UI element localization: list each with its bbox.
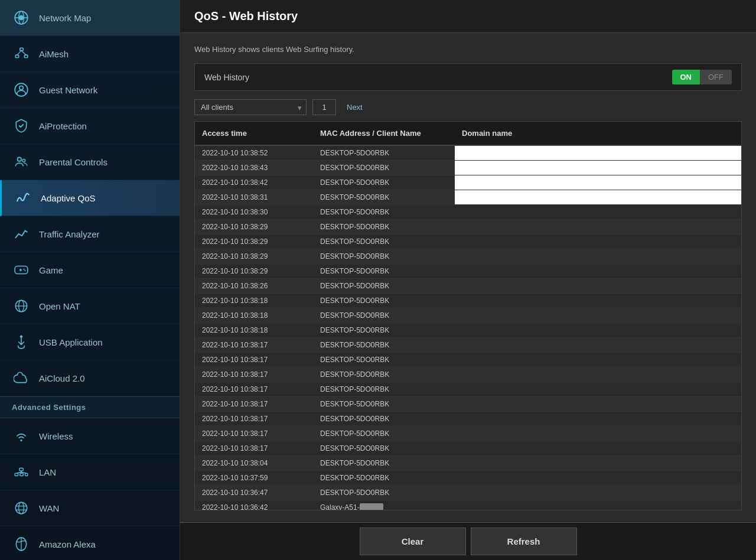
cell-domain: [455, 367, 741, 382]
sidebar-item-amazon-alexa[interactable]: Amazon Alexa: [0, 526, 180, 560]
page-title: QoS - Web History: [194, 9, 742, 23]
cell-time: 2022-10-10 10:38:31: [195, 190, 313, 204]
cell-client: DESKTOP-5DO0RBK: [313, 338, 455, 352]
cell-time: 2022-10-10 10:38:18: [195, 308, 313, 323]
sidebar-item-open-nat[interactable]: Open NAT: [0, 288, 180, 324]
cell-client: DESKTOP-5DO0RBK: [313, 235, 455, 249]
cell-domain: [455, 264, 741, 278]
svg-point-13: [22, 159, 25, 162]
cell-client: DESKTOP-5DO0RBK: [313, 308, 455, 323]
traffic-analyzer-icon: [12, 224, 31, 243]
svg-point-1: [19, 15, 24, 21]
wan-icon: [12, 499, 31, 517]
table-row: 2022-10-10 10:38:18DESKTOP-5DO0RBK: [195, 294, 741, 308]
page-header: QoS - Web History: [180, 0, 756, 33]
table-row: 2022-10-10 10:38:18DESKTOP-5DO0RBK: [195, 308, 741, 323]
col-access-time: Access time: [195, 126, 313, 140]
cell-time: 2022-10-10 10:38:17: [195, 441, 313, 455]
cell-client: DESKTOP-5DO0RBK: [313, 441, 455, 455]
cell-client: DESKTOP-5DO0RBK: [313, 205, 455, 219]
table-row: 2022-10-10 10:38:17DESKTOP-5DO0RBK: [195, 426, 741, 441]
cell-time: 2022-10-10 10:38:17: [195, 426, 313, 441]
sidebar-item-aicloud[interactable]: AiCloud 2.0: [0, 360, 180, 396]
cell-client: DESKTOP-5DO0RBK: [313, 426, 455, 441]
cell-domain: [455, 323, 741, 337]
svg-point-17: [23, 269, 24, 270]
table-row: 2022-10-10 10:38:26DESKTOP-5DO0RBK: [195, 279, 741, 294]
sidebar-label-wan: WAN: [39, 503, 59, 513]
cell-domain: [455, 249, 741, 263]
sidebar-item-lan[interactable]: LAN: [0, 454, 180, 490]
cell-domain: [455, 382, 741, 396]
toggle-switch[interactable]: ON OFF: [672, 70, 732, 84]
table-row: 2022-10-10 10:38:17DESKTOP-5DO0RBK: [195, 412, 741, 426]
guest-network-icon: [12, 80, 31, 99]
cell-time: 2022-10-10 10:38:29: [195, 220, 313, 234]
cell-client: DESKTOP-5DO0RBK: [313, 146, 455, 160]
advanced-settings-header: Advanced Settings: [0, 396, 180, 418]
svg-rect-27: [19, 468, 24, 471]
sidebar-label-adaptive-qos: Adaptive QoS: [41, 193, 96, 203]
table-row: 2022-10-10 10:38:29DESKTOP-5DO0RBK: [195, 235, 741, 249]
parental-controls-icon: [12, 152, 31, 171]
cell-domain: [455, 441, 741, 455]
table-row: 2022-10-10 10:38:17DESKTOP-5DO0RBK: [195, 338, 741, 353]
adaptive-qos-icon: [14, 188, 32, 207]
client-filter-select[interactable]: All clients: [194, 99, 307, 115]
svg-rect-7: [24, 55, 27, 57]
table-row: 2022-10-10 10:38:29DESKTOP-5DO0RBK: [195, 249, 741, 264]
cell-client: DESKTOP-5DO0RBK: [313, 456, 455, 470]
sidebar-label-aiprotection: AiProtection: [39, 121, 87, 131]
svg-rect-6: [20, 48, 23, 50]
toggle-on-label: ON: [672, 70, 700, 84]
sidebar-item-parental-controls[interactable]: Parental Controls: [0, 144, 180, 180]
cell-time: 2022-10-10 10:38:17: [195, 382, 313, 396]
sidebar-item-aiprotection[interactable]: AiProtection: [0, 108, 180, 144]
sidebar-item-usb-application[interactable]: USB Application: [0, 324, 180, 360]
sidebar-item-guest-network[interactable]: Guest Network: [0, 72, 180, 108]
table-row: 2022-10-10 10:38:29DESKTOP-5DO0RBK: [195, 264, 741, 279]
sidebar-item-traffic-analyzer[interactable]: Traffic Analyzer: [0, 216, 180, 252]
cell-client: DESKTOP-5DO0RBK: [313, 279, 455, 293]
sidebar-label-usb-application: USB Application: [39, 337, 103, 347]
table-row: 2022-10-10 10:38:29DESKTOP-5DO0RBK: [195, 220, 741, 235]
sidebar-item-game[interactable]: Game: [0, 252, 180, 288]
cell-domain: [455, 500, 741, 510]
sidebar-label-traffic-analyzer: Traffic Analyzer: [39, 229, 100, 239]
clear-button[interactable]: Clear: [360, 528, 466, 555]
sidebar-item-network-map[interactable]: Network Map: [0, 0, 180, 36]
table-row: 2022-10-10 10:37:59DESKTOP-5DO0RBK: [195, 471, 741, 486]
cell-time: 2022-10-10 10:38:29: [195, 249, 313, 263]
cell-domain: [455, 220, 741, 234]
table-body: 2022-10-10 10:38:52DESKTOP-5DO0RBK2022-1…: [195, 146, 741, 510]
toggle-off-label: OFF: [700, 70, 732, 84]
cell-time: 2022-10-10 10:38:17: [195, 397, 313, 411]
page-number-input[interactable]: [312, 99, 336, 115]
usb-application-icon: [12, 333, 31, 351]
toggle-label: Web History: [204, 73, 672, 82]
table-row: 2022-10-10 10:38:17DESKTOP-5DO0RBK: [195, 441, 741, 456]
network-map-icon: [12, 8, 31, 27]
cell-client: DESKTOP-5DO0RBK: [313, 353, 455, 367]
cell-time: 2022-10-10 10:38:17: [195, 412, 313, 426]
client-select-wrapper[interactable]: All clients: [194, 99, 307, 115]
sidebar-item-wireless[interactable]: Wireless: [0, 418, 180, 454]
table-row: 2022-10-10 10:38:43DESKTOP-5DO0RBK: [195, 161, 741, 175]
sidebar-item-aimesh[interactable]: AiMesh: [0, 36, 180, 72]
sidebar-item-adaptive-qos[interactable]: Adaptive QoS: [0, 180, 180, 216]
cell-time: 2022-10-10 10:38:42: [195, 175, 313, 190]
cell-domain: [455, 205, 741, 219]
table-row: 2022-10-10 10:36:42Galaxy-A51-████: [195, 500, 741, 510]
sidebar-label-guest-network: Guest Network: [39, 85, 97, 95]
refresh-button[interactable]: Refresh: [471, 528, 577, 555]
svg-rect-26: [25, 473, 28, 476]
sidebar-item-wan[interactable]: WAN: [0, 490, 180, 526]
cell-client: DESKTOP-5DO0RBK: [313, 486, 455, 500]
cell-client: DESKTOP-5DO0RBK: [313, 294, 455, 308]
cell-time: 2022-10-10 10:38:29: [195, 235, 313, 249]
sidebar-label-aicloud: AiCloud 2.0: [39, 373, 85, 383]
table-row: 2022-10-10 10:38:52DESKTOP-5DO0RBK: [195, 146, 741, 161]
cell-domain: [455, 279, 741, 293]
sidebar-label-game: Game: [39, 265, 63, 275]
next-button[interactable]: Next: [342, 100, 367, 115]
